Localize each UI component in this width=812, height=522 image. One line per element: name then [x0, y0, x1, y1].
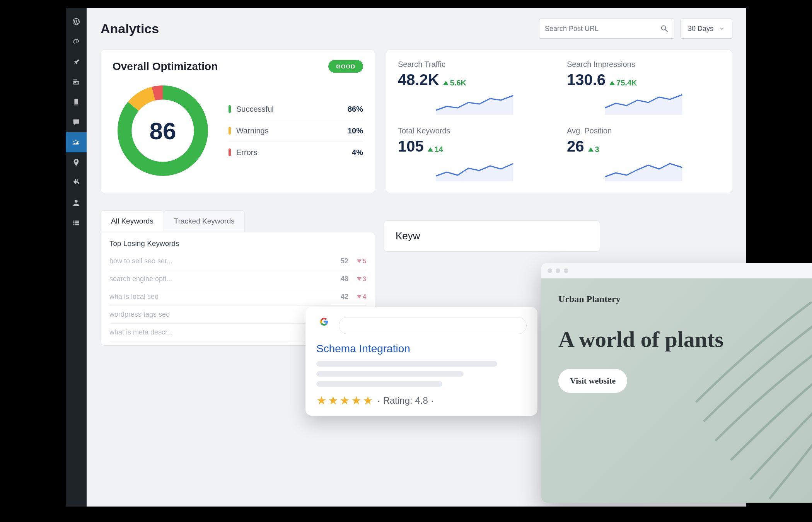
delta-up: 5.6K — [443, 78, 466, 87]
keyword-row[interactable]: wha is local seo424 — [109, 288, 366, 306]
keyword-row[interactable]: how to sell seo ser...525 — [109, 252, 366, 270]
triangle-up-icon — [588, 147, 594, 152]
palm-leaf-icon — [669, 302, 812, 503]
sparkline — [567, 158, 720, 181]
metric-total-keywords: Total Keywords 105 14 — [398, 126, 551, 183]
site-preview: Urban Plantery A world of plants Visit w… — [541, 263, 812, 503]
overall-optimization-card: Overall Optimization GOOD 86 — [101, 49, 375, 193]
pill-red-icon — [229, 148, 231, 156]
optimization-title: Overall Optimization — [113, 60, 218, 73]
pages-icon[interactable] — [66, 92, 87, 112]
plugins-icon[interactable] — [66, 172, 87, 193]
star-icon: ★★★★★ — [316, 394, 374, 407]
triangle-up-icon — [428, 147, 433, 152]
keywords-partial-card: Keyw — [384, 220, 600, 252]
media-icon[interactable] — [66, 72, 87, 92]
metric-search-traffic: Search Traffic 48.2K 5.6K — [398, 60, 551, 116]
pin-icon[interactable] — [66, 52, 87, 72]
svg-point-0 — [662, 26, 666, 30]
date-range-label: 30 Days — [688, 25, 713, 33]
triangle-up-icon — [609, 81, 615, 85]
triangle-down-icon — [357, 277, 362, 281]
window-dot-icon — [564, 268, 568, 273]
serp-line — [316, 381, 442, 387]
search-post-url[interactable] — [539, 19, 674, 39]
triangle-down-icon — [357, 259, 362, 263]
search-icon — [660, 24, 669, 33]
triangle-up-icon — [443, 81, 449, 85]
opt-row-warnings: Warnings 10% — [229, 120, 363, 142]
delta-up: 75.4K — [609, 78, 637, 87]
tab-all-keywords[interactable]: All Keywords — [101, 210, 164, 232]
users-icon[interactable] — [66, 193, 87, 213]
keywords-heading: Top Losing Keywords — [109, 239, 366, 248]
comments-icon[interactable] — [66, 112, 87, 132]
pill-amber-icon — [229, 127, 231, 135]
metric-search-impressions: Search Impressions 130.6 75.4K — [567, 60, 720, 116]
serp-result-title[interactable]: Schema Integration — [316, 343, 527, 355]
opt-row-successful: Successful 86% — [229, 99, 363, 120]
marker-icon[interactable] — [66, 152, 87, 172]
keyword-row[interactable]: search engine opti...483 — [109, 270, 366, 288]
serp-line — [316, 371, 464, 377]
sparkline — [398, 158, 551, 181]
triangle-down-icon — [357, 295, 362, 299]
chevron-down-icon — [719, 26, 725, 32]
serp-line — [316, 361, 497, 367]
metric-avg-position: Avg. Position 26 3 — [567, 126, 720, 183]
metrics-card: Search Traffic 48.2K 5.6K Search Impress… — [386, 49, 732, 193]
tab-tracked-keywords[interactable]: Tracked Keywords — [164, 210, 245, 232]
pill-green-icon — [229, 105, 231, 113]
window-dot-icon — [548, 268, 552, 273]
search-input[interactable] — [545, 25, 660, 33]
wp-admin-sidebar — [66, 8, 87, 507]
status-badge: GOOD — [328, 60, 363, 73]
delta-up: 3 — [588, 145, 599, 154]
page-title: Analytics — [101, 21, 159, 36]
sparkline — [567, 92, 720, 115]
dashboard-icon[interactable] — [66, 32, 87, 52]
tools-icon[interactable] — [66, 213, 87, 233]
delta-up: 14 — [428, 145, 443, 154]
optimization-donut: 86 — [113, 80, 213, 181]
serp-preview: Schema Integration ★★★★★ · Rating: 4.8 · — [305, 307, 537, 416]
sparkline — [398, 92, 551, 115]
window-dot-icon — [556, 268, 560, 273]
date-range-select[interactable]: 30 Days — [681, 19, 732, 39]
browser-chrome — [541, 263, 812, 278]
serp-search-bar[interactable] — [339, 317, 527, 334]
visit-website-button[interactable]: Visit website — [558, 369, 627, 393]
optimization-score: 86 — [113, 80, 213, 181]
serp-rating: ★★★★★ · Rating: 4.8 · — [316, 394, 527, 407]
wp-logo-icon[interactable] — [66, 12, 87, 32]
svg-line-1 — [665, 30, 668, 32]
opt-row-errors: Errors 4% — [229, 142, 363, 163]
analytics-icon[interactable] — [66, 132, 87, 152]
google-logo-icon — [316, 318, 332, 333]
